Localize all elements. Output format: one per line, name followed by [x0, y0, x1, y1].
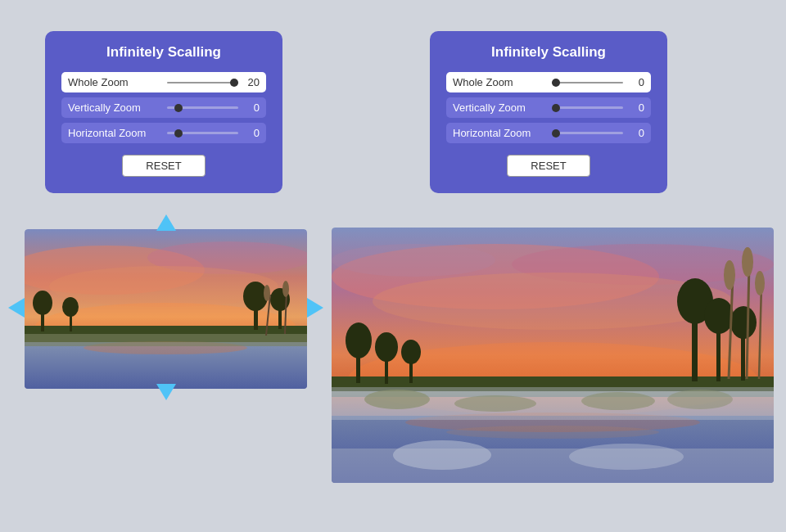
- right-sunset-image: [332, 228, 774, 483]
- horizontal-zoom-label-right: Horizontal Zoom: [453, 127, 547, 139]
- right-control-panel: Infinitely Scalling Whole Zoom 0 Vertica…: [430, 31, 667, 193]
- arrow-left: [7, 296, 29, 322]
- horizontal-zoom-row-right: Horizontal Zoom 0: [446, 123, 651, 143]
- svg-point-37: [401, 340, 421, 364]
- svg-point-47: [742, 247, 753, 277]
- svg-point-60: [393, 440, 491, 470]
- arrow-down: [155, 379, 178, 405]
- left-sunset-image: [25, 229, 307, 389]
- svg-point-53: [446, 426, 659, 439]
- svg-point-56: [454, 395, 536, 412]
- vertically-zoom-thumb-right[interactable]: [552, 104, 560, 112]
- vertically-zoom-row-left: Vertically Zoom 0: [61, 97, 266, 118]
- horizontal-zoom-value-left: 0: [243, 127, 260, 139]
- right-image-area: [332, 228, 774, 483]
- vertically-zoom-value-right: 0: [628, 101, 644, 114]
- whole-zoom-track-right[interactable]: [552, 82, 623, 83]
- vertically-zoom-row-right: Vertically Zoom 0: [446, 97, 651, 118]
- horizontal-zoom-track-left[interactable]: [167, 132, 238, 134]
- svg-point-18: [264, 285, 270, 301]
- svg-point-57: [581, 392, 655, 410]
- svg-marker-23: [8, 298, 25, 318]
- whole-zoom-row-right: Whole Zoom 0: [446, 72, 651, 92]
- whole-zoom-track-left[interactable]: [167, 82, 238, 83]
- whole-zoom-thumb-left[interactable]: [230, 79, 238, 87]
- horizontal-zoom-thumb-left[interactable]: [174, 129, 183, 138]
- vertically-zoom-label-right: Vertically Zoom: [453, 101, 547, 114]
- svg-point-7: [33, 291, 52, 315]
- svg-marker-21: [156, 214, 176, 231]
- reset-button-left[interactable]: RESET: [122, 155, 205, 177]
- whole-zoom-label-right: Whole Zoom: [453, 76, 547, 88]
- horizontal-zoom-row-left: Horizontal Zoom 0: [61, 123, 266, 143]
- svg-point-55: [364, 390, 430, 409]
- arrow-up: [155, 213, 178, 239]
- horizontal-zoom-thumb-right[interactable]: [552, 129, 560, 138]
- left-control-panel: Infinitely Scalling Whole Zoom 20 Vertic…: [45, 31, 282, 193]
- svg-point-9: [62, 297, 79, 317]
- svg-point-35: [375, 332, 398, 362]
- whole-zoom-thumb-right[interactable]: [552, 79, 560, 87]
- vertically-zoom-value-left: 0: [243, 101, 260, 114]
- vertically-zoom-track-right[interactable]: [552, 106, 623, 109]
- whole-zoom-label-left: Whole Zoom: [68, 76, 162, 88]
- horizontal-zoom-value-right: 0: [628, 127, 644, 139]
- svg-marker-22: [156, 384, 176, 400]
- svg-point-45: [724, 260, 735, 290]
- svg-rect-16: [25, 334, 307, 346]
- vertically-zoom-thumb-left[interactable]: [174, 104, 183, 112]
- whole-zoom-row-left: Whole Zoom 20: [61, 72, 266, 92]
- right-panel-title: Infinitely Scalling: [446, 44, 651, 61]
- left-panel-title: Infinitely Scalling: [61, 44, 266, 61]
- arrow-right: [302, 296, 325, 322]
- svg-point-43: [730, 306, 757, 339]
- horizontal-zoom-label-left: Horizontal Zoom: [68, 127, 162, 139]
- svg-point-41: [704, 298, 734, 334]
- svg-point-20: [282, 281, 289, 297]
- svg-point-33: [346, 322, 372, 358]
- horizontal-zoom-track-right[interactable]: [552, 132, 623, 134]
- reset-button-right[interactable]: RESET: [507, 155, 590, 177]
- left-image-area: [25, 229, 307, 389]
- vertically-zoom-label-left: Vertically Zoom: [68, 101, 162, 114]
- svg-marker-24: [307, 298, 323, 318]
- vertically-zoom-track-left[interactable]: [167, 106, 238, 109]
- whole-zoom-value-right: 0: [628, 76, 644, 88]
- svg-point-61: [569, 444, 684, 470]
- svg-point-49: [755, 271, 765, 295]
- svg-point-58: [667, 390, 733, 409]
- whole-zoom-value-left: 20: [243, 76, 260, 88]
- svg-point-29: [332, 244, 495, 277]
